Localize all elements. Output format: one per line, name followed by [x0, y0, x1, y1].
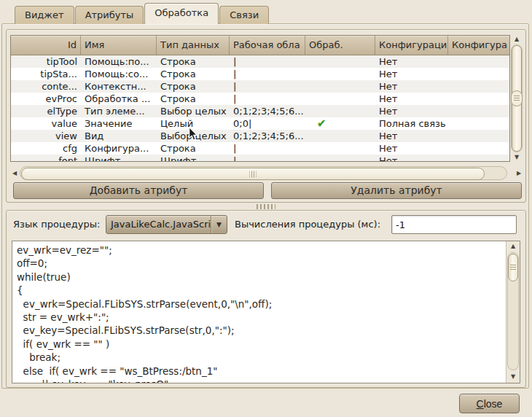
cell-config: Нет [375, 80, 448, 93]
cell-config: Нет [375, 142, 448, 155]
tab-label: Виджет [25, 9, 64, 20]
cell-id: cfg [11, 142, 81, 155]
column-header-datatype[interactable]: Тип данных [157, 36, 230, 55]
table-horizontal-scrollbar[interactable]: ◀ ▶ [10, 165, 523, 182]
table-row[interactable]: fontШрифтШрифт|Нет [11, 155, 509, 162]
chevron-down-icon: ▼ [211, 216, 227, 233]
attributes-table: Id Имя Тип данных Рабочая обла Обраб. Ко… [10, 35, 510, 162]
tab-label: Атрибуты [85, 9, 134, 20]
scroll-down-icon[interactable]: ▼ [506, 371, 520, 383]
tab-label: Обработка [154, 7, 208, 18]
tab-attributes[interactable]: Атрибуты [75, 6, 144, 24]
scroll-left-icon[interactable]: ◀ [10, 169, 19, 178]
table-vertical-scrollbar[interactable]: ▲ ▼ [510, 35, 523, 162]
splitter-handle[interactable] [257, 204, 275, 209]
cell-datatype: Шрифт [157, 155, 230, 162]
table-row[interactable]: valueЗначениеЦелый0;0|✔Полная связь [11, 117, 509, 130]
cell-config: Нет [375, 55, 448, 68]
table-row[interactable]: evProcОбработка ...Строка|Нет [11, 93, 509, 105]
table-row[interactable]: conte...Контекстн...Строка|Нет [11, 80, 509, 93]
column-header-name[interactable]: Имя [81, 36, 157, 55]
scrollbar-grip [250, 171, 257, 177]
cell-id: evProc [11, 93, 81, 105]
cell-name: Помощь:со... [81, 68, 157, 80]
scrollbar-trough[interactable] [507, 252, 519, 370]
cell-config2 [448, 93, 509, 105]
column-header-processing[interactable]: Обраб. [305, 36, 375, 55]
table-row[interactable]: tipToolПомощь:по...Строка|Нет [11, 55, 509, 68]
scroll-up-icon[interactable]: ▲ [510, 35, 523, 44]
column-header-id[interactable]: Id [11, 36, 81, 55]
cell-name: Вид [81, 130, 157, 142]
cell-datatype: Строка [157, 80, 230, 93]
table-row[interactable]: elTypeТип элеме...Выбор целых0;1;2;3;4;5… [11, 105, 509, 117]
scroll-down-icon[interactable]: ▼ [510, 153, 523, 162]
scroll-right-icon[interactable]: ▶ [515, 169, 523, 178]
code-vertical-scrollbar[interactable]: ▲ ▼ [506, 241, 520, 383]
close-label: Close [464, 395, 515, 413]
cell-processing [305, 155, 375, 162]
column-header-config2[interactable]: Конфигура [448, 36, 509, 55]
cell-workarea: | [230, 155, 305, 162]
scrollbar-grip [510, 265, 516, 270]
cell-id: value [11, 117, 81, 130]
cell-id: tipSta... [11, 68, 81, 80]
calc-period-input[interactable] [391, 215, 517, 234]
table-row[interactable]: cfgКонфигура...Строка|Нет [11, 142, 509, 155]
column-header-workarea[interactable]: Рабочая обла [230, 36, 305, 55]
table-row[interactable]: tipSta...Помощь:со...Строка|Нет [11, 68, 509, 80]
scrollbar-thumb[interactable] [508, 254, 518, 281]
add-attribute-button[interactable]: Добавить атрибут [13, 182, 264, 199]
tab-links[interactable]: Связи [219, 6, 269, 24]
calc-period-label: Вычисления процедуры (мс): [235, 215, 380, 234]
selected-language: JavaLikeCalc.JavaScrip [106, 216, 211, 233]
cell-config2 [448, 80, 509, 93]
cell-id: conte... [11, 80, 81, 93]
mouse-cursor-icon [187, 127, 200, 144]
cell-processing: ✔ [305, 117, 375, 130]
cell-workarea: 0;0| [230, 117, 305, 130]
cell-processing [305, 130, 375, 142]
cell-id: elType [11, 105, 81, 117]
scrollbar-trough[interactable] [20, 166, 507, 180]
scrollbar-thumb[interactable] [512, 45, 522, 152]
cell-config: Нет [375, 105, 448, 117]
cell-id: font [11, 155, 81, 162]
cell-processing [305, 80, 375, 93]
remove-attribute-button[interactable]: Удалить атрибут [271, 182, 522, 199]
scroll-up-icon[interactable]: ▲ [506, 241, 520, 252]
cell-workarea: | [230, 93, 305, 105]
cell-datatype: Выбор целых [157, 105, 230, 117]
code-text[interactable]: ev_wrk=ev_rez=""; off=0; while(true) { e… [12, 241, 506, 383]
cell-processing [305, 105, 375, 117]
procedure-language-label: Язык процедуры: [13, 215, 100, 234]
cell-workarea: | [230, 55, 305, 68]
table-row[interactable]: viewВидВыбор целых0;1;2;3;4;5;6...Нет [11, 130, 509, 142]
cell-config2 [448, 130, 509, 142]
cell-config: Нет [375, 93, 448, 105]
cell-name: Значение [81, 117, 157, 130]
close-button[interactable]: Close [459, 394, 520, 413]
cell-config2 [448, 142, 509, 155]
cell-workarea: 0;1;2;3;4;5;6... [230, 130, 305, 142]
procedure-code-editor[interactable]: ev_wrk=ev_rez=""; off=0; while(true) { e… [12, 241, 520, 383]
cell-config2 [448, 105, 509, 117]
scrollbar-trough[interactable] [511, 44, 523, 152]
column-header-config[interactable]: Конфигураци [375, 36, 448, 55]
cell-config2 [448, 55, 509, 68]
cell-config2 [448, 68, 509, 80]
cell-datatype: Строка [157, 68, 230, 80]
cell-processing [305, 55, 375, 68]
tab-widget[interactable]: Виджет [15, 6, 74, 24]
cell-datatype: Строка [157, 142, 230, 155]
cell-name: Тип элеме... [81, 105, 157, 117]
procedure-language-select[interactable]: JavaLikeCalc.JavaScrip ▼ [106, 215, 227, 234]
table-header: Id Имя Тип данных Рабочая обла Обраб. Ко… [11, 36, 509, 55]
cell-processing [305, 68, 375, 80]
cell-name: Шрифт [81, 155, 157, 162]
cell-processing [305, 93, 375, 105]
cell-name: Конфигура... [81, 142, 157, 155]
scrollbar-thumb[interactable] [21, 168, 485, 180]
tab-processing[interactable]: Обработка [144, 3, 219, 24]
cell-config: Полная связь [375, 117, 448, 130]
